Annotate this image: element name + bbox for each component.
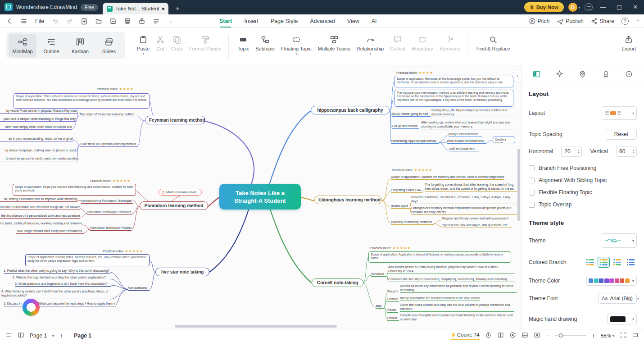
tab-advanced[interactable]: Advanced xyxy=(310,14,335,28)
mindmap-stars[interactable]: Practical index: ★★★★★ xyxy=(103,249,143,253)
mindmap-label[interactable]: What can become the next steps? How to a… xyxy=(38,301,116,306)
open-folder-icon[interactable] xyxy=(94,16,104,26)
mindmap-stars[interactable]: Practical index: ★★★★★ xyxy=(392,168,432,172)
mindmap-central[interactable]: Take Notes Like aStraight-A Student xyxy=(219,184,301,210)
file-menu[interactable]: File xyxy=(35,18,44,24)
mindmap-label[interactable]: Try to recall, talk and argue, ask quest… xyxy=(442,223,512,228)
mindmap-label[interactable]: hunger endorsement xyxy=(449,132,482,137)
magic-hand-drawing-dropdown[interactable]: ▾ xyxy=(607,314,637,324)
mindmap-label[interactable]: five questions xyxy=(128,286,150,291)
colored-branch-option-3[interactable] xyxy=(611,257,623,268)
theme-dropdown[interactable]: ▾ xyxy=(602,233,637,248)
mindmap-label[interactable]: Introduction to Pomodoro Technique xyxy=(81,199,133,204)
stepper-arrows-icon[interactable]: ▲▼ xyxy=(577,149,581,154)
mindmap-mlabel[interactable]: Includes: 5 minutes, 30 minutes, 12 hour… xyxy=(411,195,518,204)
hamburger-menu-icon[interactable] xyxy=(19,16,29,26)
horizontal-scrollbar[interactable] xyxy=(175,325,337,328)
floating-topic-button[interactable]: Floating Topic ▾ xyxy=(281,32,312,55)
timer-icon[interactable] xyxy=(485,332,492,340)
more-tools-caret-icon[interactable]: ⌄ xyxy=(166,16,176,26)
minimize-button[interactable]: — xyxy=(597,0,609,14)
mindmap-label[interactable]: cold endorsement xyxy=(449,146,479,151)
export-button[interactable]: Export xyxy=(621,32,636,51)
task-list-icon[interactable] xyxy=(151,16,161,26)
boundary-button[interactable]: Boundary xyxy=(412,32,433,51)
checkbox-topic-overlap[interactable] xyxy=(529,202,535,208)
new-document-icon[interactable] xyxy=(79,16,89,26)
mindmap-box[interactable]: The hippocampus memorization method is a… xyxy=(395,90,513,107)
panel-tab-badge[interactable] xyxy=(598,67,613,82)
mindmap-label[interactable]: oro time is indivisible and irrelevant t… xyxy=(0,205,80,210)
view-mode-kanban[interactable]: Kanban xyxy=(66,34,94,57)
tab-ai[interactable]: AI xyxy=(372,14,377,28)
mindmap-topic[interactable]: Pomodoro learning method xyxy=(140,201,208,210)
mindmap-label[interactable]: step xyxy=(376,304,384,309)
mindmap-label[interactable]: The origin of Feynman learning method xyxy=(79,112,137,117)
panel-tab-comment-pin[interactable] xyxy=(575,67,590,82)
topic-count-badge[interactable]: Count: 74 xyxy=(451,332,480,340)
copy-button[interactable]: Copy xyxy=(171,32,183,51)
fit-to-screen-icon[interactable] xyxy=(632,332,639,340)
format-painter-button[interactable]: Format Painter xyxy=(189,32,222,51)
mindmap-stars[interactable]: Practical index: ★★★★ xyxy=(396,71,433,75)
colored-branch-option-2[interactable] xyxy=(598,257,610,268)
mindmap-label[interactable]: Briefly summarize the recorded content i… xyxy=(400,296,480,301)
cut-button[interactable]: Cut xyxy=(156,32,165,51)
board-view-icon[interactable] xyxy=(18,332,24,340)
account-menu[interactable]: D ▾ xyxy=(568,3,580,12)
mindmap-label[interactable]: you have a deeper understanding of thing… xyxy=(0,117,76,122)
mindmap-label[interactable]: 1. Predict what the other party is going… xyxy=(4,269,110,274)
mindmap-stars[interactable]: Practical index: ★★★★★ xyxy=(370,246,411,250)
mindmap-topic[interactable]: hippocampus back calligraphy xyxy=(311,106,390,114)
publish-button[interactable]: Publish xyxy=(557,18,583,25)
view-mode-outline[interactable]: Outline xyxy=(37,34,65,57)
theme-font-dropdown[interactable]: Aa Arial (Big) ▾ xyxy=(598,293,637,304)
view-mode-slides[interactable]: Slides xyxy=(95,34,123,57)
mindmap-label[interactable]: od, setting Pomodoro time to improve wor… xyxy=(0,197,77,202)
mindmap-label[interactable]: Diversity of memory methods xyxy=(391,220,434,225)
panel-collapse-handle[interactable]: › xyxy=(514,69,521,82)
checkbox-alignment-sibling-topic[interactable] xyxy=(529,178,535,183)
tab-insert[interactable]: Insert xyxy=(244,14,258,28)
relationship-button[interactable]: Relationship ▾ xyxy=(357,32,384,55)
zoom-slider-knob[interactable] xyxy=(559,333,563,337)
colored-branch-option-4[interactable] xyxy=(625,257,637,268)
back-button[interactable] xyxy=(5,16,14,26)
mindmap-label[interactable]: Take longer breaks after every four Pomo… xyxy=(16,229,84,234)
mindmap-mlabel[interactable]: The forgetting curve shows that after le… xyxy=(425,182,518,192)
mindmap-box[interactable]: Create a specif xyxy=(493,137,515,143)
zoom-out-button[interactable]: − xyxy=(546,333,549,339)
panel-tab-ai-sparkle[interactable] xyxy=(552,67,567,82)
share-button[interactable]: Share xyxy=(591,18,614,25)
mindmap-label[interactable]: Combines the five steps of recording, si… xyxy=(388,277,515,282)
vertical-spacing-stepper[interactable]: ▲▼ xyxy=(616,146,637,157)
mindmap-label[interactable]: ing tasks, setting Pomodoro, working, re… xyxy=(0,221,82,226)
maximize-button[interactable]: ▢ xyxy=(613,0,625,14)
find-replace-button[interactable]: Find & Replace xyxy=(476,32,510,51)
mindmap-topic[interactable]: Cornell note-taking xyxy=(312,278,363,287)
mindmap-mlabel[interactable]: 4. What thinking models can I distill fr… xyxy=(1,289,110,298)
bottom-panel-icon[interactable] xyxy=(522,332,528,340)
close-button[interactable]: ✕ xyxy=(630,0,641,14)
outline-panel-icon[interactable] xyxy=(5,332,12,340)
panel-tab-layout[interactable] xyxy=(529,67,544,82)
add-page-button[interactable]: + xyxy=(59,333,63,339)
mindmap-canvas[interactable]: Practical index: ★★★★Scope of applicatio… xyxy=(0,65,522,329)
chevron-down-icon[interactable]: ▾ xyxy=(52,334,54,338)
tab-page-style[interactable]: Page Style xyxy=(271,14,298,28)
page-tab[interactable]: Page 1 xyxy=(68,331,97,340)
mindmap-label[interactable]: Study before going to bed xyxy=(392,112,431,117)
mindmap-mlabel[interactable]: During sleep, the hippocampus processes … xyxy=(431,108,516,117)
horizontal-spacing-input[interactable] xyxy=(562,148,574,155)
mindmap-mlabel[interactable]: Cover the notes column and only use the … xyxy=(400,303,514,312)
mindmap-label[interactable]: Pomodoro Technique Process xyxy=(90,226,132,231)
topic-button[interactable]: Topic xyxy=(238,32,249,51)
mindmap-label[interactable]: 5. Discuss in xyxy=(4,301,23,306)
tab-start[interactable]: Start xyxy=(219,14,232,28)
document-tab[interactable]: Take Not... Student xyxy=(103,3,168,14)
mindmap-label[interactable]: ldren and simply write down basic concep… xyxy=(0,125,72,130)
vertical-spacing-input[interactable] xyxy=(617,148,629,155)
mindmap-box[interactable]: Scope of application: Memorize all the k… xyxy=(395,76,513,87)
mindmap-label[interactable]: Introduce xyxy=(371,272,386,277)
mindmap-mlabel[interactable]: Ebbinghaus's memory method emphasizes re… xyxy=(411,206,518,215)
